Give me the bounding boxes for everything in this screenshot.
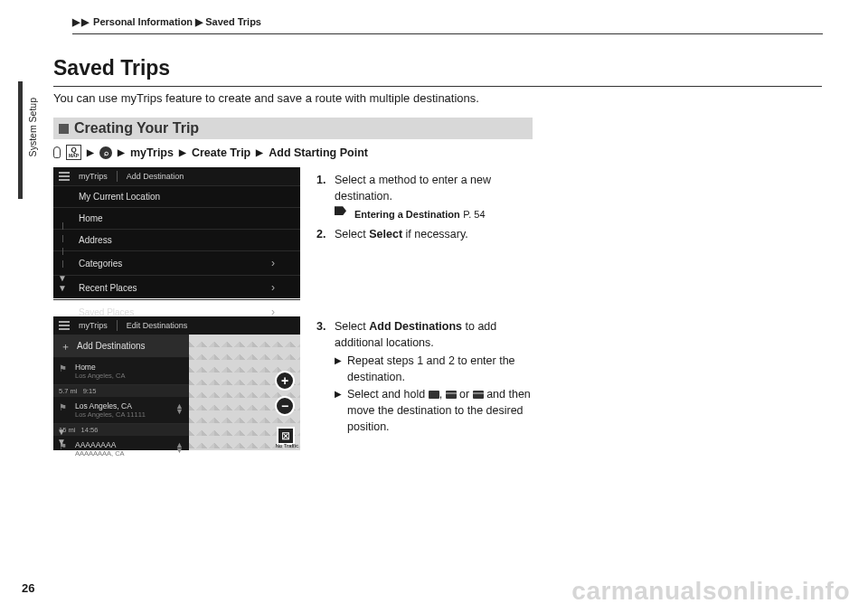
intro-text: You can use myTrips feature to create an…	[53, 90, 533, 107]
reorder-icon: ▲▼	[175, 403, 184, 415]
step-1-text: Select a method to enter a new destinati…	[335, 172, 533, 204]
fig2-title-a: myTrips	[79, 321, 108, 330]
fig2-title-b: Edit Destinations	[127, 321, 188, 330]
chevron-right-icon: ▶	[179, 147, 186, 157]
step-number: 2.	[316, 226, 331, 242]
xref-arrow-icon	[335, 206, 346, 215]
list-item: ⚑ Los Angeles, CA Los Angeles, CA 11111 …	[53, 397, 189, 424]
list-item: ⚑ AAAAAAAA AAAAAAAA, CA ▲▼	[53, 436, 189, 462]
step-number: 1.	[316, 172, 331, 204]
chevron-right-icon: ▶	[81, 16, 89, 27]
add-destinations-row: ＋ Add Destinations	[53, 335, 189, 358]
step-2-text: Select Select if necessary.	[335, 226, 468, 242]
list-divider: 15 mi 14:56	[53, 424, 189, 436]
list-divider: 5.7 mi 9:15	[53, 385, 189, 397]
map-traffic-label: No Traffic	[275, 443, 298, 448]
square-bullet-icon	[59, 124, 69, 134]
list-item: Home	[53, 208, 300, 230]
chevron-right-icon: ▶	[87, 147, 94, 157]
divider	[117, 320, 118, 331]
nav-step-a: myTrips	[130, 146, 174, 159]
breadcrumb-b: Saved Trips	[205, 16, 261, 27]
fig1-header: myTrips Add Destination	[53, 167, 300, 186]
fig1-title-a: myTrips	[79, 172, 108, 181]
chevron-right-icon: ▶	[335, 388, 342, 401]
close-icon: ⊠	[277, 427, 295, 445]
page-number: 26	[22, 581, 34, 595]
nav-path: Q MAP ▶ ⌕ ▶ myTrips ▶ Create Trip ▶ Add …	[53, 145, 368, 160]
reorder-handle-icon	[446, 391, 457, 399]
double-chevron-down-icon: ▼▼	[57, 427, 66, 447]
section-heading-text: Creating Your Trip	[74, 120, 199, 137]
fig1-title-b: Add Destination	[127, 172, 184, 181]
instructions-block-2: 3. Select Add Destinations to add additi…	[316, 318, 542, 435]
chevron-right-icon: ▶	[195, 16, 205, 27]
chevron-right-icon: ›	[271, 281, 275, 294]
chevron-right-icon: ▶	[72, 16, 80, 27]
zoom-in-icon: +	[275, 371, 295, 391]
zoom-out-icon: −	[275, 396, 295, 416]
search-icon: ⌕	[99, 146, 112, 159]
chevron-right-icon: ›	[271, 257, 275, 269]
flag-icon: ⚑	[59, 363, 67, 373]
nav-step-b: Create Trip	[192, 146, 250, 159]
page-title: Saved Trips	[53, 56, 822, 87]
fig2-header: myTrips Edit Destinations	[53, 316, 300, 335]
xref-title: Entering a Destination	[354, 209, 460, 220]
divider	[117, 171, 118, 182]
fig2-destination-list: ＋ Add Destinations ⚑ Home Los Angeles, C…	[53, 335, 189, 450]
breadcrumb-a: Personal Information	[93, 16, 193, 27]
chevron-right-icon: ▶	[256, 147, 263, 157]
plus-icon: ＋	[61, 340, 71, 354]
watermark: carmanualsonline.info	[571, 577, 850, 606]
list-item: Address	[53, 230, 300, 251]
reorder-handle-icon	[473, 391, 484, 399]
fig1-left-gutter: ▼▼	[53, 185, 71, 298]
screenshot-add-destination: myTrips Add Destination ▼▼ My Current Lo…	[53, 167, 300, 298]
list-item: ⚑ Home Los Angeles, CA	[53, 358, 189, 385]
step-3-sub-2: Select and hold , or and then move the d…	[347, 386, 542, 435]
chevron-right-icon: ▶	[335, 354, 342, 368]
section-heading: Creating Your Trip	[53, 118, 533, 139]
instructions-block-1: 1. Select a method to enter a new destin…	[316, 172, 533, 245]
list-item: My Current Location	[53, 186, 300, 208]
step-number: 3.	[316, 318, 331, 351]
breadcrumb: ▶▶ Personal Information ▶ Saved Trips	[72, 16, 823, 34]
screenshot-edit-destinations: myTrips Edit Destinations ＋ Add Destinat…	[53, 316, 300, 450]
side-tab-label: System Setup	[27, 98, 38, 156]
list-item: Recent Places›	[53, 276, 300, 300]
menu-icon	[59, 321, 70, 330]
chevron-right-icon: ▶	[118, 147, 125, 157]
list-item: Categories›	[53, 251, 300, 276]
flag-icon: ⚑	[59, 402, 67, 412]
menu-icon	[59, 172, 70, 181]
step-3-sub-1: Repeat steps 1 and 2 to enter the destin…	[347, 353, 542, 385]
flag-handle-icon	[429, 391, 439, 399]
voice-icon	[53, 146, 61, 158]
reorder-icon: ▲▼	[175, 442, 184, 454]
map-button-icon: Q MAP	[66, 145, 81, 160]
fig2-map: + − ⊠ No Traffic	[189, 335, 300, 450]
xref-page: P. 54	[463, 209, 485, 220]
double-chevron-down-icon: ▼▼	[58, 273, 67, 293]
nav-step-c: Add Starting Point	[269, 146, 368, 159]
step-3-text: Select Add Destinations to add additiona…	[335, 318, 542, 351]
